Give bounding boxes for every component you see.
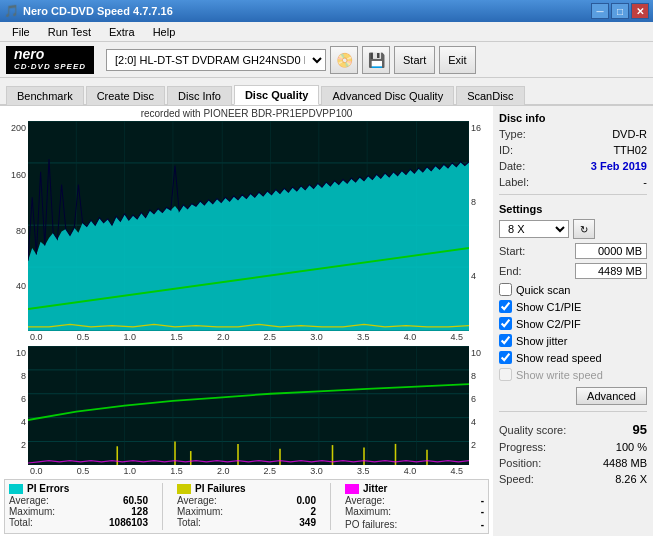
start-button[interactable]: Start bbox=[394, 46, 435, 74]
menu-extra[interactable]: Extra bbox=[101, 24, 143, 40]
disc-date-value: 3 Feb 2019 bbox=[591, 160, 647, 172]
disc-info-title: Disc info bbox=[499, 112, 647, 124]
pi-errors-avg-value: 60.50 bbox=[123, 495, 148, 506]
cb-read-speed-input[interactable] bbox=[499, 351, 512, 364]
po-failures-label: PO failures: bbox=[345, 519, 397, 530]
tab-disc-quality[interactable]: Disc Quality bbox=[234, 85, 320, 105]
cb-c1pie-label: Show C1/PIE bbox=[516, 301, 581, 313]
disc-type-label: Type: bbox=[499, 128, 526, 140]
nero-logo: nero CD·DVD SPEED bbox=[6, 46, 94, 74]
jitter-title: Jitter bbox=[363, 483, 387, 494]
cb-write-speed: Show write speed bbox=[499, 368, 647, 381]
legend-jitter: Jitter Average: - Maximum: - PO failures… bbox=[345, 483, 484, 530]
pi-failures-max-value: 2 bbox=[310, 506, 316, 517]
jitter-color bbox=[345, 484, 359, 494]
cb-quick-scan-input[interactable] bbox=[499, 283, 512, 296]
tab-create-disc[interactable]: Create Disc bbox=[86, 86, 165, 105]
menu-run-test[interactable]: Run Test bbox=[40, 24, 99, 40]
disc-date-row: Date: 3 Feb 2019 bbox=[499, 160, 647, 172]
advanced-button[interactable]: Advanced bbox=[576, 387, 647, 405]
jitter-avg-label: Average: bbox=[345, 495, 385, 506]
pi-errors-total-label: Total: bbox=[9, 517, 33, 528]
close-button[interactable]: ✕ bbox=[631, 3, 649, 19]
stats-panel: Disc info Type: DVD-R ID: TTH02 Date: 3 … bbox=[493, 106, 653, 536]
settings-title: Settings bbox=[499, 203, 647, 215]
disc-label-label: Label: bbox=[499, 176, 529, 188]
eject-icon-btn[interactable]: 📀 bbox=[330, 46, 358, 74]
settings-refresh-btn[interactable]: ↻ bbox=[573, 219, 595, 239]
main-content: recorded with PIONEER BDR-PR1EPDVPP100 2… bbox=[0, 106, 653, 536]
position-value: 4488 MB bbox=[603, 457, 647, 469]
position-row: Position: 4488 MB bbox=[499, 457, 647, 469]
tab-scan-disc[interactable]: ScanDisc bbox=[456, 86, 524, 105]
disc-date-label: Date: bbox=[499, 160, 525, 172]
maximize-button[interactable]: □ bbox=[611, 3, 629, 19]
svg-marker-14 bbox=[28, 162, 469, 331]
title-bar-controls: ─ □ ✕ bbox=[591, 3, 649, 19]
cb-c1pie: Show C1/PIE bbox=[499, 300, 647, 313]
menu-help[interactable]: Help bbox=[145, 24, 184, 40]
disc-id-row: ID: TTH02 bbox=[499, 144, 647, 156]
pi-failures-avg-label: Average: bbox=[177, 495, 217, 506]
bottom-chart-y-right: 10 8 6 4 2 bbox=[469, 346, 489, 465]
bottom-chart: 10 8 6 4 2 bbox=[4, 346, 489, 476]
minimize-button[interactable]: ─ bbox=[591, 3, 609, 19]
save-icon-btn[interactable]: 💾 bbox=[362, 46, 390, 74]
toolbar: nero CD·DVD SPEED [2:0] HL-DT-ST DVDRAM … bbox=[0, 42, 653, 78]
pi-failures-color bbox=[177, 484, 191, 494]
speed-select[interactable]: 8 X 4 X 6 X 12 X 16 X bbox=[499, 220, 569, 238]
charts-area: recorded with PIONEER BDR-PR1EPDVPP100 2… bbox=[0, 106, 493, 536]
app-icon: 🎵 bbox=[4, 4, 19, 18]
cb-write-speed-input[interactable] bbox=[499, 368, 512, 381]
tab-benchmark[interactable]: Benchmark bbox=[6, 86, 84, 105]
pi-errors-avg-label: Average: bbox=[9, 495, 49, 506]
settings-start-label: Start: bbox=[499, 245, 525, 257]
pi-errors-max-value: 128 bbox=[131, 506, 148, 517]
tab-advanced-disc-quality[interactable]: Advanced Disc Quality bbox=[321, 86, 454, 105]
position-label: Position: bbox=[499, 457, 541, 469]
settings-start-input[interactable] bbox=[575, 243, 647, 259]
top-chart-x-labels: 0.00.51.01.52.02.53.03.54.04.5 bbox=[4, 331, 489, 342]
legend-pi-failures: PI Failures Average: 0.00 Maximum: 2 Tot… bbox=[177, 483, 316, 530]
cb-jitter-label: Show jitter bbox=[516, 335, 567, 347]
cb-read-speed-label: Show read speed bbox=[516, 352, 602, 364]
settings-end-input[interactable] bbox=[575, 263, 647, 279]
top-chart: 200 160 80 40 bbox=[4, 121, 489, 342]
settings-end-row: End: bbox=[499, 263, 647, 279]
disc-id-value: TTH02 bbox=[613, 144, 647, 156]
tabs-bar: Benchmark Create Disc Disc Info Disc Qua… bbox=[0, 78, 653, 106]
cb-write-speed-label: Show write speed bbox=[516, 369, 603, 381]
chart-title: recorded with PIONEER BDR-PR1EPDVPP100 bbox=[4, 108, 489, 119]
tab-disc-info[interactable]: Disc Info bbox=[167, 86, 232, 105]
cb-jitter-input[interactable] bbox=[499, 334, 512, 347]
exit-button[interactable]: Exit bbox=[439, 46, 475, 74]
jitter-avg-value: - bbox=[481, 495, 484, 506]
cb-jitter: Show jitter bbox=[499, 334, 647, 347]
top-chart-svg bbox=[28, 121, 469, 331]
quality-score-value: 95 bbox=[633, 422, 647, 437]
cb-c2pif-label: Show C2/PIF bbox=[516, 318, 581, 330]
jitter-max-label: Maximum: bbox=[345, 506, 391, 517]
pi-failures-avg-value: 0.00 bbox=[297, 495, 316, 506]
pi-errors-color bbox=[9, 484, 23, 494]
cb-read-speed: Show read speed bbox=[499, 351, 647, 364]
quality-score-label: Quality score: bbox=[499, 424, 566, 436]
menu-bar: File Run Test Extra Help bbox=[0, 22, 653, 42]
top-chart-y-right: 16 8 4 bbox=[469, 121, 489, 331]
drive-select[interactable]: [2:0] HL-DT-ST DVDRAM GH24NSD0 LH00 bbox=[106, 49, 326, 71]
cb-quick-scan: Quick scan bbox=[499, 283, 647, 296]
cb-quick-scan-label: Quick scan bbox=[516, 284, 570, 296]
pi-failures-total-value: 349 bbox=[299, 517, 316, 528]
cb-c1pie-input[interactable] bbox=[499, 300, 512, 313]
menu-file[interactable]: File bbox=[4, 24, 38, 40]
pi-failures-max-label: Maximum: bbox=[177, 506, 223, 517]
cb-c2pif-input[interactable] bbox=[499, 317, 512, 330]
bottom-chart-x-labels: 0.00.51.01.52.02.53.03.54.04.5 bbox=[4, 465, 489, 476]
title-bar-text: Nero CD-DVD Speed 4.7.7.16 bbox=[23, 5, 173, 17]
speed-value: 8.26 X bbox=[615, 473, 647, 485]
legend-pi-errors: PI Errors Average: 60.50 Maximum: 128 To… bbox=[9, 483, 148, 530]
jitter-max-value: - bbox=[481, 506, 484, 517]
po-failures-value: - bbox=[481, 519, 484, 530]
bottom-chart-svg bbox=[28, 346, 469, 465]
cb-c2pif: Show C2/PIF bbox=[499, 317, 647, 330]
